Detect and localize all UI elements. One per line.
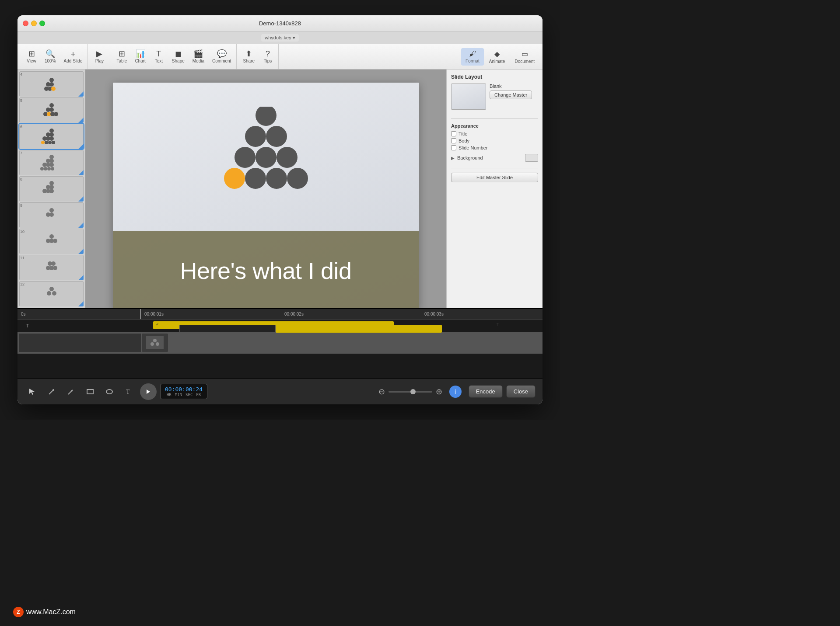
table-button[interactable]: ⊞ Table [113, 48, 130, 65]
select-tool-button[interactable] [24, 384, 40, 400]
comment-label: Comment [212, 59, 231, 63]
share-button[interactable]: ⬆ Share [239, 48, 258, 65]
timeline-thumb-1[interactable] [142, 334, 168, 352]
slide-number-checkbox[interactable] [451, 145, 456, 150]
format-tab-button[interactable]: 🖌 Format [461, 48, 484, 66]
title-checkbox[interactable] [451, 131, 456, 136]
background-swatch[interactable] [525, 154, 538, 162]
file-tab[interactable]: whydots.key ▾ [261, 34, 299, 42]
slide-thumb-8[interactable]: 8 [19, 176, 84, 202]
play-group: ▶ Play [89, 44, 110, 69]
tips-label: Tips [264, 59, 272, 63]
ellipse-tool-button[interactable] [102, 384, 117, 400]
play-label: Play [95, 59, 104, 63]
slide-thumb-11[interactable]: 11 [19, 255, 84, 280]
text-button[interactable]: T Text [150, 48, 168, 65]
view-button[interactable]: ⊞ View [23, 48, 40, 65]
add-slide-button[interactable]: ＋ Add Slide [60, 48, 86, 65]
svg-rect-73 [87, 390, 93, 394]
slide-thumb-10[interactable]: 10 [19, 229, 84, 254]
slide-canvas[interactable]: Here's what I did [113, 83, 419, 308]
comment-button[interactable]: 💬 Comment [209, 48, 234, 65]
close-button[interactable]: Close [506, 385, 536, 398]
info-button[interactable]: i [449, 386, 462, 398]
sec-label: SEC [186, 393, 192, 397]
svg-point-21 [48, 141, 52, 144]
maximize-button[interactable] [39, 21, 45, 26]
rect-tool-button[interactable] [82, 384, 98, 400]
table-icon: ⊞ [119, 50, 125, 58]
document-label: Document [514, 59, 535, 64]
background-arrow-icon[interactable]: ▶ [451, 156, 455, 160]
overlay-text: Here's what I did [180, 257, 352, 284]
min-label: MIN [175, 393, 182, 397]
text-tool-button[interactable]: T [121, 384, 136, 400]
svg-point-6 [49, 103, 54, 108]
track-bar-yellow-2[interactable] [276, 325, 442, 333]
zoom-button[interactable]: 🔍 100% [41, 48, 60, 65]
track-row-1: T ✓ T [18, 320, 542, 332]
shape-button[interactable]: ◼ Shape [168, 48, 188, 65]
play-button[interactable]: ▶ Play [91, 48, 108, 65]
zoom-slider[interactable] [388, 391, 432, 393]
text-icon: T [156, 50, 161, 58]
change-master-button[interactable]: Change Master [490, 90, 532, 99]
zoom-out-button[interactable]: ⊖ [378, 387, 385, 396]
track-content-1: ✓ T [31, 320, 542, 332]
arrow-tool-button[interactable] [63, 384, 79, 400]
appearance-section: Appearance Title Body Slide Number ▶ Bac… [451, 123, 538, 162]
track-label-1: T [18, 323, 31, 328]
right-panel: Slide Layout Blank Change Master Appeara… [446, 70, 542, 308]
view-label: View [27, 59, 36, 63]
track-bar-dark[interactable] [179, 325, 276, 333]
encode-button[interactable]: Encode [469, 385, 503, 398]
svg-point-47 [51, 261, 56, 266]
minimize-button[interactable] [31, 21, 37, 26]
document-tab-button[interactable]: ▭ Document [510, 48, 539, 66]
animate-label: Animate [489, 59, 505, 64]
format-label: Format [466, 59, 480, 63]
svg-point-23 [49, 155, 54, 159]
svg-marker-76 [147, 390, 150, 394]
tips-button[interactable]: ? Tips [259, 48, 276, 65]
media-button[interactable]: 🎬 Media [189, 48, 208, 65]
zoom-slider-thumb[interactable] [410, 389, 416, 394]
chart-label: Chart [135, 59, 145, 63]
svg-point-51 [49, 287, 54, 291]
background-label: Background [457, 155, 483, 160]
chart-button[interactable]: 📊 Chart [131, 48, 149, 65]
svg-point-62 [266, 168, 287, 189]
close-button[interactable] [23, 21, 28, 26]
zoom-in-button[interactable]: ⊕ [436, 387, 442, 396]
zoom-controls: ⊖ ⊕ [378, 387, 442, 396]
time-mark-3: 00:00:03s [424, 312, 444, 316]
layout-name: Blank [490, 83, 532, 89]
body-checkbox[interactable] [451, 138, 456, 143]
animate-tab-button[interactable]: ◆ Animate [485, 48, 510, 66]
canvas-area: Here's what I did [85, 70, 446, 308]
svg-point-28 [49, 163, 54, 167]
slide-thumb-5[interactable]: 5 [19, 97, 84, 123]
share-icon: ⬆ [245, 50, 252, 58]
slide-thumb-4[interactable]: 4 [19, 71, 84, 97]
svg-point-22 [52, 141, 55, 144]
svg-line-69 [49, 390, 53, 394]
timeline-play-button[interactable] [140, 383, 157, 400]
divider-1 [451, 118, 538, 119]
play-icon: ▶ [96, 50, 102, 58]
svg-point-55 [245, 126, 266, 147]
slide-thumb-6[interactable]: 6 [19, 124, 84, 149]
slide-thumb-12[interactable]: 12 [19, 281, 84, 306]
svg-point-60 [224, 168, 245, 189]
edit-master-button[interactable]: Edit Master Slide [451, 173, 538, 182]
slide-thumb-7[interactable]: 7 [19, 150, 84, 175]
zoom-label: 100% [45, 59, 56, 63]
format-icon: 🖌 [469, 50, 476, 58]
svg-point-63 [287, 168, 308, 189]
pen-tool-button[interactable] [44, 384, 60, 400]
title-label: Title [458, 131, 467, 136]
svg-point-52 [47, 291, 51, 296]
slide-thumb-9[interactable]: 9 [19, 202, 84, 228]
svg-point-67 [156, 342, 159, 346]
text-label: Text [155, 59, 163, 63]
